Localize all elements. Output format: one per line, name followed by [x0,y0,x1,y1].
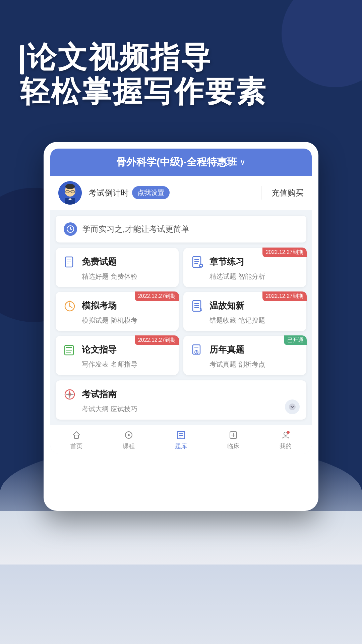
clinic-icon [228,429,239,441]
svg-marker-51 [128,434,131,436]
card-review-sub: 错题收藏 笔记搜题 [190,316,300,325]
nav-mine-label: 我的 [280,442,292,450]
svg-marker-43 [69,395,71,399]
thesis-badge: 2022.12.27到期 [135,335,179,345]
clock-icon [64,222,77,236]
avatar-svg [58,181,82,205]
svg-rect-49 [74,435,78,438]
class-name: 骨外科学(中级)-全程特惠班 [116,155,237,169]
card-past-sub: 考试真题 剖析考点 [190,360,300,369]
svg-point-59 [284,432,287,435]
card-mock-sub: 模拟试题 随机模考 [62,316,172,325]
question-bank-icon [175,429,187,441]
svg-point-60 [287,431,290,434]
card-past-title: 历年真题 [209,344,244,356]
hero-section: 论文视频指导 轻松掌握写作要素 [0,0,362,128]
cards-grid: 免费试题 精选好题 免费体验 2022.12.27到期 [50,243,312,380]
card-chapter-sub: 精选试题 智能分析 [190,272,300,281]
nav-home[interactable]: 首页 [50,429,103,450]
card-guide-title: 考试指南 [82,388,117,400]
review-icon [190,299,205,313]
card-chapter-practice[interactable]: 2022.12.27到期 章节练习 [183,248,306,287]
recharge-button[interactable]: 充值购买 [272,187,304,198]
compass-icon [62,387,77,402]
thesis-icon [62,342,77,357]
card-free-title: 免费试题 [82,256,117,268]
card-exam-guide[interactable]: 考试指南 考试大纲 应试技巧 [56,380,306,420]
card-guide-sub: 考试大纲 应试技巧 [62,405,300,414]
nav-question-bank[interactable]: 题库 [155,429,207,450]
nav-qbank-label: 题库 [175,442,187,450]
mock-badge: 2022.12.27到期 [135,291,179,301]
single-card-row: 考试指南 考试大纲 应试技巧 [50,380,312,425]
svg-marker-42 [69,390,71,394]
hero-title-line2: 轻松掌握写作要素 [20,74,342,108]
svg-point-41 [69,393,71,395]
card-thesis[interactable]: 2022.12.27到期 论文指导 写作发表 名师指导 [56,336,179,375]
card-mock-title: 模拟考场 [82,300,117,312]
motto-text: 学而实习之,才能让考试更简单 [82,224,189,234]
device-inner: 骨外科学(中级)-全程特惠班 ∨ [50,149,312,453]
card-chapter-title: 章节练习 [209,256,244,268]
svg-rect-35 [193,345,200,354]
card-thesis-title: 论文指导 [82,344,117,356]
mock-icon [62,299,77,313]
class-arrow-icon: ∨ [240,157,246,167]
mine-icon [280,429,291,441]
nav-course[interactable]: 课程 [103,429,155,450]
card-past-exams[interactable]: 已开通 历年真题 考试真题 剖析考点 [183,336,306,375]
svg-point-46 [289,404,296,410]
bottom-nav: 首页 课程 [50,425,312,453]
card-review-title: 温故知新 [209,300,244,312]
doc-icon [62,255,77,269]
svg-marker-45 [70,393,74,395]
nav-course-label: 课程 [123,442,135,450]
svg-rect-32 [66,347,72,348]
card-mock-exam[interactable]: 2022.12.27到期 模拟考场 模拟试题 随机模考 [56,292,179,331]
svg-line-24 [70,306,72,308]
motto-row: 学而实习之,才能让考试更简单 [56,216,306,243]
svg-line-38 [196,352,197,353]
countdown-button[interactable]: 点我设置 [132,186,170,199]
device-mockup: 骨外科学(中级)-全程特惠班 ∨ [44,142,318,511]
card-free-questions[interactable]: 免费试题 精选好题 免费体验 [56,248,179,287]
user-info-row: 考试倒计时 点我设置 充值购买 [50,176,312,210]
countdown-label: 考试倒计时 [88,187,129,198]
svg-line-10 [70,229,72,230]
hero-title-line1: 论文视频指导 [20,40,342,74]
nav-mine[interactable]: 我的 [259,429,312,450]
vertical-divider [261,186,261,200]
chapter-icon [190,255,205,269]
countdown-area: 考试倒计时 点我设置 [88,186,251,199]
avatar-image [58,181,82,205]
card-thesis-sub: 写作发表 名师指导 [62,360,172,369]
title-bar [20,45,24,74]
scroll-hint [285,399,300,414]
svg-point-2 [65,184,75,189]
avatar [58,181,82,205]
chapter-badge: 2022.12.27到期 [262,248,307,257]
review-badge: 2022.12.27到期 [262,291,307,301]
nav-clinic-label: 临床 [227,442,239,450]
svg-marker-44 [65,393,69,395]
card-free-sub: 精选好题 免费体验 [62,272,172,281]
home-icon [71,429,82,441]
past-icon [190,342,205,357]
course-icon [123,429,134,441]
card-review[interactable]: 2022.12.27到期 温故知新 错题收藏 笔记搜 [183,292,306,331]
past-badge: 已开通 [284,335,307,345]
bottom-section [0,511,362,565]
nav-home-label: 首页 [70,442,82,450]
nav-clinic[interactable]: 临床 [207,429,259,450]
class-header[interactable]: 骨外科学(中级)-全程特惠班 ∨ [50,149,312,176]
